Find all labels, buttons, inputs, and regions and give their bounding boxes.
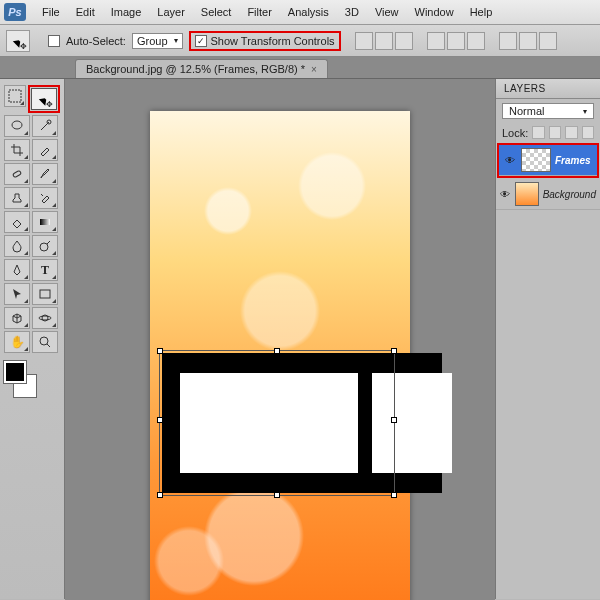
crop-icon [10, 143, 24, 157]
menu-3d[interactable]: 3D [345, 6, 359, 18]
lock-position-icon[interactable] [565, 126, 577, 139]
eyedropper-icon [38, 143, 52, 157]
tool-marquee[interactable] [4, 85, 26, 107]
transform-handle-tr[interactable] [391, 348, 397, 354]
show-transform-label: Show Transform Controls [211, 35, 335, 47]
history-brush-icon [38, 191, 52, 205]
cube-icon [10, 311, 24, 325]
visibility-toggle-icon[interactable]: 👁 [503, 153, 517, 167]
tool-shape[interactable] [32, 283, 58, 305]
tool-eraser[interactable] [4, 211, 30, 233]
transform-handle-ml[interactable] [157, 417, 163, 423]
transform-handle-bl[interactable] [157, 492, 163, 498]
distribute-3-icon[interactable] [539, 32, 557, 50]
menu-filter[interactable]: Filter [247, 6, 271, 18]
transform-bounding-box[interactable] [159, 350, 395, 496]
tool-lasso[interactable] [4, 115, 30, 137]
layer-name[interactable]: Background [543, 189, 596, 200]
tool-eyedropper[interactable] [32, 139, 58, 161]
tool-pen[interactable] [4, 259, 30, 281]
tool-dodge[interactable] [32, 235, 58, 257]
tool-history-brush[interactable] [32, 187, 58, 209]
workspace[interactable] [65, 79, 495, 600]
menu-layer[interactable]: Layer [157, 6, 185, 18]
transform-handle-br[interactable] [391, 492, 397, 498]
show-transform-highlight: Show Transform Controls [189, 31, 341, 51]
align-vcenter-icon[interactable] [375, 32, 393, 50]
tool-brush[interactable] [32, 163, 58, 185]
tool-hand[interactable]: ✋ [4, 331, 30, 353]
menu-bar: Ps File Edit Image Layer Select Filter A… [0, 0, 600, 25]
distribute-1-icon[interactable] [499, 32, 517, 50]
layer-thumbnail[interactable] [515, 182, 539, 206]
dodge-icon [38, 239, 52, 253]
close-tab-icon[interactable]: × [311, 64, 317, 75]
options-bar: Auto-Select: Group Show Transform Contro… [0, 25, 600, 57]
transform-handle-mr[interactable] [391, 417, 397, 423]
auto-select-label: Auto-Select: [66, 35, 126, 47]
document-tab[interactable]: Background.jpg @ 12.5% (Frames, RGB/8) *… [75, 59, 328, 78]
canvas[interactable] [150, 111, 410, 600]
transform-handle-tl[interactable] [157, 348, 163, 354]
menu-file[interactable]: File [42, 6, 60, 18]
tool-blur[interactable] [4, 235, 30, 257]
lock-all-icon[interactable] [582, 126, 594, 139]
show-transform-checkbox[interactable] [195, 35, 207, 47]
visibility-toggle-icon[interactable]: 👁 [500, 187, 511, 201]
drop-icon [10, 239, 24, 253]
menu-view[interactable]: View [375, 6, 399, 18]
tool-type[interactable]: T [32, 259, 58, 281]
color-swatches[interactable] [4, 361, 44, 397]
blend-mode-dropdown[interactable]: Normal [502, 103, 594, 119]
tool-move[interactable] [31, 88, 57, 110]
align-hcenter-icon[interactable] [447, 32, 465, 50]
foreground-color-swatch[interactable] [4, 361, 26, 383]
toolbox: T ✋ [0, 79, 65, 599]
lock-label: Lock: [502, 127, 528, 139]
menu-select[interactable]: Select [201, 6, 232, 18]
layer-thumbnail[interactable] [521, 148, 551, 172]
tool-path-select[interactable] [4, 283, 30, 305]
align-left-icon[interactable] [427, 32, 445, 50]
align-bottom-icon[interactable] [395, 32, 413, 50]
lock-transparency-icon[interactable] [532, 126, 544, 139]
align-right-icon[interactable] [467, 32, 485, 50]
tool-3d-camera[interactable] [32, 307, 58, 329]
type-icon: T [41, 263, 49, 278]
menu-help[interactable]: Help [470, 6, 493, 18]
menu-analysis[interactable]: Analysis [288, 6, 329, 18]
layer-name[interactable]: Frames [555, 155, 591, 166]
move-tool-highlight [28, 85, 60, 113]
arrow-icon [10, 287, 24, 301]
current-tool-indicator[interactable] [6, 30, 30, 52]
orbit-icon [38, 311, 52, 325]
bandage-icon [10, 167, 24, 181]
document-tab-title: Background.jpg @ 12.5% (Frames, RGB/8) * [86, 63, 305, 75]
auto-select-checkbox[interactable] [48, 35, 60, 47]
transform-handle-bc[interactable] [274, 492, 280, 498]
menu-image[interactable]: Image [111, 6, 142, 18]
layer-row-background[interactable]: 👁 Background [496, 179, 600, 210]
transform-handle-tc[interactable] [274, 348, 280, 354]
tool-crop[interactable] [4, 139, 30, 161]
tool-stamp[interactable] [4, 187, 30, 209]
align-top-icon[interactable] [355, 32, 373, 50]
tool-healing[interactable] [4, 163, 30, 185]
svg-rect-6 [40, 290, 50, 298]
layer-row-frames[interactable]: 👁 Frames [499, 145, 597, 176]
distribute-2-icon[interactable] [519, 32, 537, 50]
document-tab-bar: Background.jpg @ 12.5% (Frames, RGB/8) *… [0, 57, 600, 79]
svg-point-9 [40, 337, 48, 345]
menu-window[interactable]: Window [415, 6, 454, 18]
tool-3d[interactable] [4, 307, 30, 329]
move-icon [37, 92, 51, 106]
pen-icon [10, 263, 24, 277]
tool-zoom[interactable] [32, 331, 58, 353]
svg-rect-4 [40, 219, 50, 225]
menu-edit[interactable]: Edit [76, 6, 95, 18]
lock-paint-icon[interactable] [549, 126, 561, 139]
tool-gradient[interactable] [32, 211, 58, 233]
layers-panel-tab[interactable]: LAYERS [496, 79, 600, 99]
auto-select-dropdown[interactable]: Group [132, 33, 183, 49]
tool-quick-select[interactable] [32, 115, 58, 137]
